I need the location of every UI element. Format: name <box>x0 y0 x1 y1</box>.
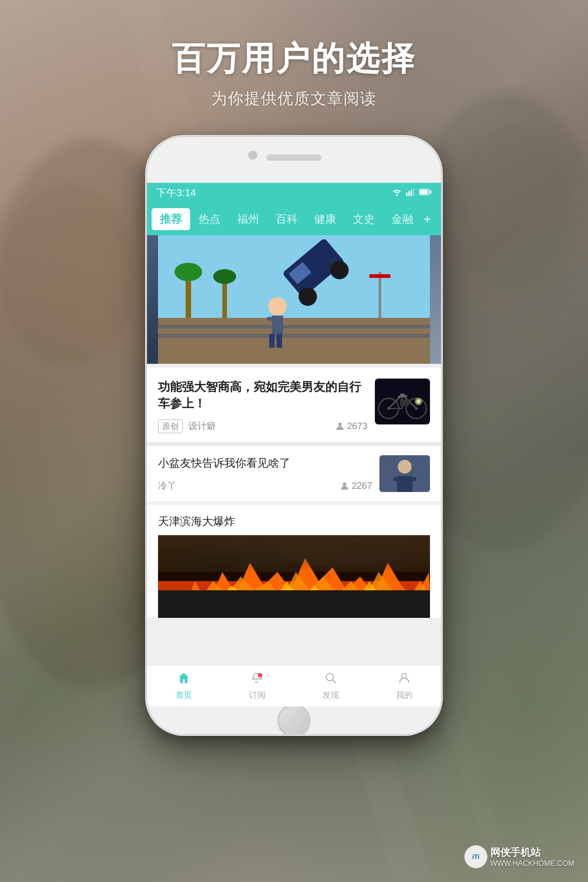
wifi-icon <box>391 188 402 198</box>
header-section: 百万用户的选择 为你提供优质文章阅读 <box>172 0 416 109</box>
nav-tabs[interactable]: 推荐 热点 福州 百科 健康 文史 金融 + <box>147 203 441 235</box>
phone-screen: 下午3:14 <box>147 183 441 707</box>
svg-point-49 <box>398 460 412 474</box>
svg-rect-15 <box>158 325 430 328</box>
svg-point-70 <box>402 673 407 678</box>
tag-original: 原创 <box>158 419 183 433</box>
svg-rect-30 <box>379 272 381 318</box>
phone-top <box>147 137 441 183</box>
bottom-nav-home[interactable]: 首页 <box>147 672 220 701</box>
phone-frame: 下午3:14 <box>147 137 441 734</box>
svg-rect-65 <box>287 597 333 609</box>
svg-point-67 <box>258 673 262 678</box>
svg-rect-7 <box>408 191 410 196</box>
svg-rect-11 <box>420 190 428 194</box>
status-time: 下午3:14 <box>156 186 196 200</box>
bottom-nav-subscribe[interactable]: 订阅 <box>220 672 294 701</box>
watermark-logo-text: iTi <box>472 853 480 860</box>
watermark-site-name: 网侠手机站 <box>490 846 574 859</box>
svg-rect-16 <box>158 334 430 338</box>
discover-icon <box>324 672 337 688</box>
svg-point-32 <box>338 423 342 426</box>
profile-icon <box>398 672 411 688</box>
watermark-circle: iTi <box>464 845 487 868</box>
watermark-url: WWW.HACKHOME.COM <box>490 859 574 868</box>
signal-icon <box>406 188 415 198</box>
view-count-normal: 2267 <box>340 481 373 491</box>
hero-image <box>147 235 441 364</box>
main-content: 百万用户的选择 为你提供优质文章阅读 下午3:14 <box>0 0 588 882</box>
article-meta-normal: 冷丫 2267 <box>158 480 372 492</box>
author-featured: 设计癖 <box>188 420 216 432</box>
svg-rect-31 <box>369 274 390 278</box>
status-bar: 下午3:14 <box>147 183 441 203</box>
svg-point-45 <box>417 400 420 403</box>
svg-rect-46 <box>400 399 409 406</box>
nav-tab-hot[interactable]: 热点 <box>190 208 229 230</box>
article-featured-content: 功能强大智商高，宛如完美男友的自行车参上！ 原创 设计癖 2673 <box>158 379 368 433</box>
svg-rect-64 <box>204 599 241 609</box>
home-button[interactable] <box>278 704 310 734</box>
nav-tab-fuzhou[interactable]: 福州 <box>229 208 267 230</box>
article-card-featured[interactable]: 功能强大智商高，宛如完美男友的自行车参上！ 原创 设计癖 2673 <box>147 368 441 442</box>
article-thumb-person <box>379 455 430 492</box>
phone-speaker <box>266 154 322 161</box>
nav-tab-health[interactable]: 健康 <box>306 208 345 230</box>
svg-rect-28 <box>269 334 275 348</box>
subscribe-icon <box>251 672 264 688</box>
sub-title: 为你提供优质文章阅读 <box>172 88 416 109</box>
nav-tab-finance[interactable]: 金融 <box>383 208 422 230</box>
svg-rect-6 <box>406 192 407 196</box>
svg-rect-29 <box>277 334 282 348</box>
home-label: 首页 <box>175 690 192 701</box>
battery-icon <box>419 188 432 198</box>
phone-mockup: 下午3:14 <box>147 137 441 734</box>
subscribe-label: 订阅 <box>249 690 266 701</box>
svg-rect-9 <box>413 188 414 196</box>
nav-tab-add[interactable]: + <box>424 212 431 226</box>
fire-image <box>158 535 430 618</box>
author-normal: 冷丫 <box>158 480 176 492</box>
article-content-normal: 小盆友快告诉我你看见啥了 冷丫 2267 <box>158 455 372 492</box>
article-title-normal: 小盆友快告诉我你看见啥了 <box>158 455 372 471</box>
article-thumb-bike <box>375 379 430 424</box>
article-card-normal[interactable]: 小盆友快告诉我你看见啥了 冷丫 2267 <box>147 446 441 502</box>
svg-rect-12 <box>430 191 431 193</box>
bottom-nav-discover[interactable]: 发现 <box>294 672 368 701</box>
bottom-nav-profile[interactable]: 我的 <box>368 672 441 701</box>
article-title-featured: 功能强大智商高，宛如完美男友的自行车参上！ <box>158 379 368 412</box>
bike-image-svg <box>375 379 430 424</box>
svg-point-18 <box>175 263 202 281</box>
article-card-fire[interactable]: 天津滨海大爆炸 <box>147 505 441 618</box>
svg-line-43 <box>398 396 407 397</box>
hero-card[interactable] <box>147 235 441 364</box>
phone-camera <box>248 151 257 160</box>
main-title: 百万用户的选择 <box>172 37 416 81</box>
svg-point-25 <box>268 297 287 316</box>
discover-label: 发现 <box>322 690 339 701</box>
article-title-fire: 天津滨海大爆炸 <box>158 514 430 529</box>
bottom-nav: 首页 订阅 <box>147 665 441 707</box>
home-icon <box>177 672 190 688</box>
person-image-svg <box>379 455 430 492</box>
svg-point-68 <box>326 673 334 681</box>
svg-rect-63 <box>158 606 430 618</box>
status-icons <box>391 188 432 198</box>
watermark-text-group: 网侠手机站 WWW.HACKHOME.COM <box>490 846 574 868</box>
phone-bottom <box>147 707 441 734</box>
profile-label: 我的 <box>396 690 413 701</box>
nav-tab-recommend[interactable]: 推荐 <box>152 208 190 230</box>
svg-rect-52 <box>409 477 416 481</box>
nav-tab-history[interactable]: 文史 <box>345 208 383 230</box>
article-feed: 功能强大智商高，宛如完美男友的自行车参上！ 原创 设计癖 2673 <box>147 235 441 665</box>
svg-line-69 <box>333 680 336 683</box>
svg-point-20 <box>213 269 236 284</box>
svg-rect-27 <box>267 317 278 321</box>
svg-rect-8 <box>411 190 412 196</box>
svg-rect-66 <box>365 600 397 609</box>
svg-rect-51 <box>393 477 400 481</box>
article-meta-featured: 原创 设计癖 2673 <box>158 419 368 433</box>
watermark-logo: iTi 网侠手机站 WWW.HACKHOME.COM <box>464 845 574 868</box>
view-count-featured: 2673 <box>335 421 368 431</box>
nav-tab-baike[interactable]: 百科 <box>267 208 306 230</box>
